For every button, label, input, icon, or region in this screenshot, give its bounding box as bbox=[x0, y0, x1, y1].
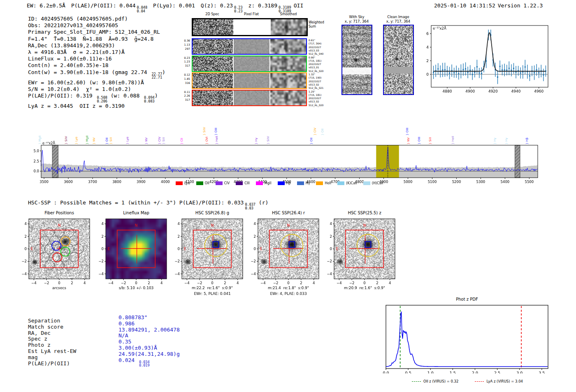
spec2d-col-title: Pixel Flat bbox=[233, 12, 269, 16]
legend-item: Hγ bbox=[297, 181, 310, 185]
dashed-line-swatch bbox=[475, 381, 484, 382]
spec2d-cell-flat bbox=[234, 73, 269, 88]
legend-label: (K)CaII bbox=[346, 181, 357, 185]
spec2d-cell-spec bbox=[193, 56, 233, 71]
photz-legend-label: LyA z (VIRUS) = 3.04 bbox=[486, 379, 523, 383]
legend-item: (K)CaII bbox=[337, 181, 357, 185]
photz-pdf-chart bbox=[379, 303, 555, 373]
spec2d-row-weights: 0.121.45316 bbox=[181, 73, 190, 85]
emission-line-label: } OIII bbox=[406, 128, 409, 135]
legend-label: HeII bbox=[325, 181, 331, 185]
spec2d-weighted-row bbox=[192, 18, 308, 36]
match-label: mag bbox=[28, 355, 76, 361]
sky-panel-title: With Skyx, y: 717, 364 bbox=[339, 15, 374, 23]
info-line: LyA z = 3.0445 OII z = 0.3190 bbox=[28, 103, 165, 109]
spec2d-row-weights: 0.361.13297 bbox=[181, 39, 190, 51]
header-summary: EW: 6.2±0.5ÅP(LAE)/P(OII): 0.0440.0480.0… bbox=[27, 2, 303, 13]
cutout-xlabel: m:22.2 re:1.6" s:0.9" bbox=[174, 286, 251, 290]
legend-item: Lyα bbox=[176, 181, 190, 185]
cutout-canvas-img bbox=[169, 217, 246, 287]
info-line: LineFlux = 1.60(±0.11)e-16 bbox=[28, 56, 165, 62]
cutout-title: Fiber Positions bbox=[21, 211, 98, 215]
spec2d-col-title: 2D Spec bbox=[192, 12, 233, 16]
match-label: Photo z bbox=[28, 342, 76, 348]
info-line: Obs: 20221027v013_4024957605 bbox=[28, 22, 165, 29]
match-label: P(LAE)/P(OII) bbox=[28, 361, 76, 367]
spec2d-cell-smoothed bbox=[270, 90, 306, 105]
info-line: EWr = 16.00(±2.60) (w: 9.80(±0.78))Å bbox=[28, 79, 165, 86]
spec2d-col-title: Smoothed bbox=[269, 12, 307, 16]
match-value: 0.986 bbox=[118, 321, 180, 327]
plae-value: P(LAE)/P(OII): 0.044 bbox=[71, 2, 136, 9]
ew-value: EW: 6.2±0.5Å bbox=[27, 2, 65, 9]
match-value: N/A bbox=[118, 333, 180, 339]
spec2d-fiber-row bbox=[192, 72, 307, 89]
match-value: 24.59(24.31,24.98)g bbox=[118, 351, 180, 357]
match-value: 13.894291, 2.006478 bbox=[118, 327, 180, 333]
legend-label: Hγ bbox=[306, 181, 310, 185]
cutout-canvas-lineflux bbox=[93, 217, 170, 287]
cutout-canvas-img bbox=[245, 217, 322, 287]
spec2d-row-weights: 0.231.23317 bbox=[181, 56, 190, 68]
plya-value: P(Lyα): 0.001 bbox=[153, 2, 195, 9]
match-value: 3.00(±0.93)Å bbox=[118, 345, 180, 351]
with-sky-cutout bbox=[341, 25, 372, 95]
emission-line-label: } OIII bbox=[214, 128, 218, 135]
spec2d-row-source: 0.61"(717, 364)20221027v013_03512_RL_040 bbox=[309, 39, 323, 56]
stacked-uncertainty: 0.5080.206 bbox=[97, 96, 107, 103]
match-label: RA, Dec bbox=[28, 330, 76, 336]
cutout-title: HSC SSP(26.8) g bbox=[174, 211, 251, 215]
legend-swatch bbox=[176, 181, 183, 185]
photz-legend-label: OII z (VIRUS) = 0.32 bbox=[423, 379, 459, 383]
z-range: 0.31890.3189 bbox=[279, 6, 291, 13]
cutout-xlabel2: EWr: 4, PLAE: 0.033 bbox=[250, 292, 327, 296]
photz-legend: OII z (VIRUS) = 0.32LyA z (VIRUS) = 3.04 bbox=[379, 379, 555, 383]
legend-label: OII bbox=[205, 181, 209, 185]
legend-item: CIII bbox=[236, 181, 250, 185]
photz-title: Phot z PDF bbox=[385, 297, 549, 302]
spec2d-fiber-row bbox=[192, 38, 307, 55]
stacked-uncertainty: 22.7722.71 bbox=[151, 72, 162, 79]
spec2d-cell-smoothed bbox=[270, 56, 306, 71]
match-label: Spec z bbox=[28, 336, 76, 342]
info-line: P(LAE)/P(OII): 0.319 0.5080.206 (w: 0.08… bbox=[28, 93, 165, 103]
cutout-xlabel: arcsecs bbox=[21, 286, 98, 290]
spec2d-row-weights: 0.112.26317 bbox=[181, 90, 190, 102]
legend-swatch bbox=[297, 181, 304, 185]
cutout-canvas-img bbox=[321, 217, 398, 287]
report-meta: 2025-01-10 14:31:52Version 1.22.3 bbox=[434, 2, 543, 9]
legend-item: HeII bbox=[316, 181, 331, 185]
photz-legend-item: LyA z (VIRUS) = 3.04 bbox=[475, 379, 523, 383]
spec2d-cell-smoothed bbox=[270, 73, 306, 88]
spec2d-cell-flat bbox=[234, 56, 269, 71]
photz-legend-item: OII z (VIRUS) = 0.32 bbox=[412, 379, 459, 383]
match-label: Match score bbox=[28, 324, 76, 330]
info-line: S/N = 10.2(±0.4) χ² = 1.0(±0.2) bbox=[28, 86, 165, 93]
emission-line-label: } CIV bbox=[314, 128, 317, 135]
spec2d-row-source: 1.25"(715, 181)20221027v013_02512_RL_020 bbox=[309, 90, 323, 107]
match-label: Est LyA rest-EW bbox=[28, 348, 76, 355]
cutout-title: HSC SSP(25.5) z bbox=[326, 211, 403, 215]
spec2d-row-source: 0.90"(715, 181)20221027v013_01512_RL_020 bbox=[309, 56, 323, 73]
qz-value: Q(z): 0.23 bbox=[201, 2, 233, 9]
legend-item: Hβ bbox=[278, 181, 291, 185]
match-value: 0.35 bbox=[118, 339, 180, 345]
detection-info-block: ID: 4024957605 (4024957605.pdf)Obs: 2022… bbox=[28, 16, 165, 109]
spec2d-cell-smoothed bbox=[271, 19, 307, 35]
spec2d-cell-smoothed bbox=[270, 39, 306, 54]
match-table-labels: SeparationMatch scoreRA, DecSpec zPhoto … bbox=[28, 318, 76, 366]
line-classification: OII bbox=[294, 2, 303, 9]
legend-item: (H)CaII bbox=[363, 181, 383, 185]
legend-swatch bbox=[363, 181, 370, 185]
info-line: Cont(w) = 3.90(±0.11)e-18 (gmag 22.74 22… bbox=[28, 69, 165, 79]
info-line: λ = 4916.83Å σ = 2.21(±0.17)Å bbox=[28, 49, 165, 56]
spec2d-row-source: 1.32"(715, 190)20221027v013_02512_RL_021 bbox=[309, 73, 323, 90]
legend-swatch bbox=[196, 181, 203, 185]
info-line: Cont(n) = 2.40(±0.35)e-18 bbox=[28, 62, 165, 69]
info-line: Primary Spec_Slot_IFU_AMP: 512_104_026_R… bbox=[28, 29, 165, 35]
legend-swatch bbox=[256, 181, 263, 185]
legend-item: MgII bbox=[256, 181, 272, 185]
match-value: 0.808783" bbox=[118, 315, 180, 321]
legend-swatch bbox=[316, 181, 323, 185]
spec2d-cell-spec bbox=[193, 19, 233, 35]
